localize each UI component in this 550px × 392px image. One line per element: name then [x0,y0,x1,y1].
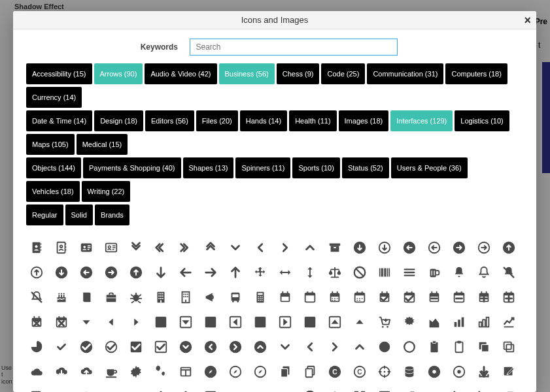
birthday-cake-icon[interactable] [50,286,73,309]
category-tag[interactable]: Shapes (13) [183,157,234,178]
exclamation-circle-icon[interactable] [298,385,322,392]
eye-slash-outline-icon[interactable] [472,385,496,392]
building-solid-icon[interactable] [149,286,173,309]
check-icon[interactable] [50,335,73,359]
external-link-icon[interactable] [398,385,421,392]
compass-solid-icon[interactable] [199,360,222,384]
arrow-down-icon[interactable] [149,261,173,284]
clone-outline-icon[interactable] [497,335,521,359]
cloud-upload-icon[interactable] [75,360,98,384]
bell-outline-icon[interactable] [472,261,496,284]
arrow-circle-up-solid-icon[interactable] [497,236,521,259]
category-tag[interactable]: Brands [95,204,129,225]
calculator-icon[interactable] [249,286,272,309]
compass-arrow-icon[interactable] [249,360,272,384]
envelope-square-icon[interactable] [199,385,222,392]
copy-outline-icon[interactable] [298,360,322,384]
caret-up-icon[interactable] [348,310,371,334]
category-tag[interactable]: Editors (56) [145,110,194,131]
caret-left-icon[interactable] [99,310,123,334]
bug-icon[interactable] [124,286,148,309]
category-tag[interactable]: Sports (10) [292,157,339,178]
copyright-outline-icon[interactable]: C [348,360,371,384]
cogs-icon[interactable] [149,360,173,384]
edit-outline-icon[interactable] [25,385,48,392]
chevron-left-icon[interactable] [298,335,322,359]
clipboard-solid-icon[interactable] [422,335,446,359]
category-tag[interactable]: Regular [26,204,63,225]
cloud-download-icon[interactable] [50,360,73,384]
clone-solid-icon[interactable] [472,335,496,359]
cloud-icon[interactable] [25,360,48,384]
category-tag[interactable]: Logistics (10) [455,110,509,131]
chart-line-icon[interactable] [497,310,521,334]
calendar-alt-solid-icon[interactable] [323,286,347,309]
chevron-circle-up-icon[interactable] [249,335,272,359]
calendar-check-outline-icon[interactable] [398,286,421,309]
angle-left-icon[interactable] [249,236,272,259]
bars-icon[interactable] [398,261,421,284]
arrow-left-icon[interactable] [174,261,198,284]
cog-icon[interactable] [124,360,148,384]
arrow-circle-up-outline-icon[interactable] [25,261,48,284]
chevron-right-icon[interactable] [323,335,347,359]
bus-icon[interactable] [224,286,247,309]
category-tag[interactable]: Hands (14) [240,110,287,131]
category-tag[interactable]: Design (18) [94,110,143,131]
category-tag[interactable]: Images (18) [339,110,389,131]
caret-square-right-outline-icon[interactable] [273,310,297,334]
address-card-solid-icon[interactable] [75,236,98,259]
angle-double-left-icon[interactable] [149,236,173,259]
calendar-alt-outline-icon[interactable] [348,286,371,309]
category-tag[interactable]: Business (56) [219,63,275,84]
external-link-square-icon[interactable] [373,385,396,392]
circle-outline-icon[interactable] [398,335,421,359]
category-tag[interactable]: Objects (144) [26,157,81,178]
barcode-icon[interactable] [373,261,396,284]
balance-scale-icon[interactable] [323,261,347,284]
arrows-h-icon[interactable] [273,261,297,284]
edit-solid-icon[interactable] [497,360,521,384]
caret-square-right-solid-icon[interactable] [249,310,272,334]
category-tag[interactable]: Interfaces (129) [390,110,453,131]
category-tag[interactable]: Computers (18) [445,63,507,84]
envelope-outline-icon[interactable] [124,385,148,392]
exchange-icon[interactable] [249,385,272,392]
certificate-icon[interactable] [398,310,421,334]
bell-solid-icon[interactable] [447,261,471,284]
beer-icon[interactable] [422,261,446,284]
address-book-solid-icon[interactable] [25,236,48,259]
check-square-solid-icon[interactable] [124,335,148,359]
angle-double-up-icon[interactable] [199,236,222,259]
category-tag[interactable]: Health (11) [289,110,336,131]
chart-area-icon[interactable] [422,310,446,334]
category-tag[interactable]: Date & Time (14) [26,110,92,131]
bell-slash-outline-icon[interactable] [25,286,48,309]
search-input[interactable] [190,39,398,56]
cart-plus-icon[interactable] [373,310,396,334]
caret-square-up-outline-icon[interactable] [323,310,347,334]
category-tag[interactable]: Currency (14) [26,87,82,108]
arrows-alt-icon[interactable] [249,261,272,284]
arrow-right-icon[interactable] [199,261,222,284]
dot-circle-solid-icon[interactable] [422,360,446,384]
exclamation-icon[interactable] [273,385,297,392]
expand-arrows-icon[interactable] [348,385,371,392]
arrow-down-circle-icon[interactable] [50,261,73,284]
chevron-circle-left-icon[interactable] [199,335,222,359]
archive-icon[interactable] [323,236,347,259]
chevron-up-icon[interactable] [348,335,371,359]
arrow-up-icon[interactable] [224,261,247,284]
category-tag[interactable]: Users & People (36) [391,157,468,178]
calendar-times-solid-icon[interactable] [25,310,48,334]
category-tag[interactable]: Code (25) [321,63,365,84]
caret-square-down-outline-icon[interactable] [174,310,198,334]
category-tag[interactable]: Arrows (90) [94,63,143,84]
check-circle-solid-icon[interactable] [75,335,98,359]
calendar-solid-icon[interactable] [273,286,297,309]
caret-down-icon[interactable] [75,310,98,334]
arrow-left-circle-icon[interactable] [75,261,98,284]
compass-outline-icon[interactable] [224,360,247,384]
circle-solid-icon[interactable] [373,335,396,359]
category-tag[interactable]: Chess (9) [277,63,320,84]
